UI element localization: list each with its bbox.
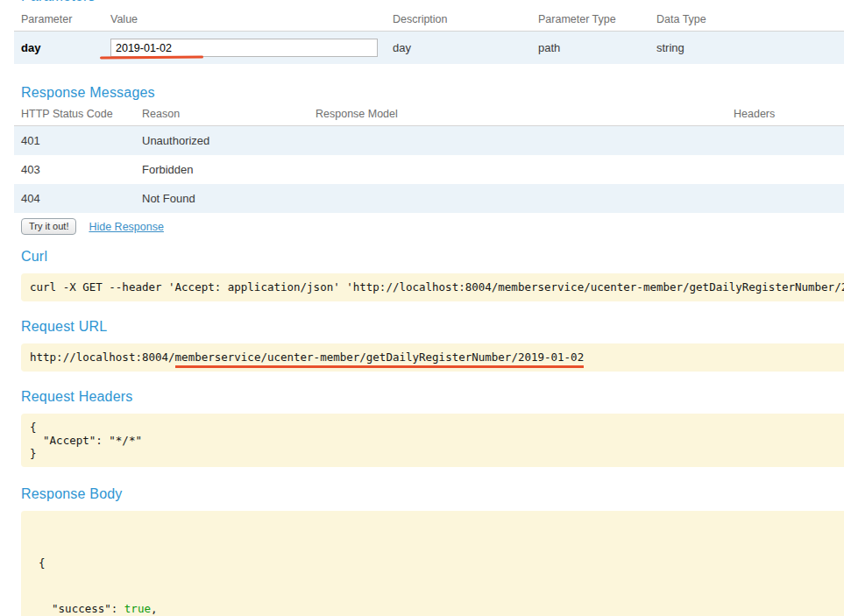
column-header-status-code: HTTP Status Code <box>14 104 142 126</box>
parameters-header-row: Parameter Value Description Parameter Ty… <box>14 10 844 32</box>
request-url-value: http://localhost:8004/memberservice/ucen… <box>21 343 844 372</box>
column-header-value: Value <box>110 10 393 32</box>
response-headers <box>734 155 844 184</box>
hide-response-link[interactable]: Hide Response <box>89 221 163 233</box>
parameter-description: day <box>393 32 538 65</box>
response-row-401: 401 Unauthorized <box>14 126 844 156</box>
status-reason: Not Found <box>142 184 316 213</box>
parameter-data-type: string <box>656 32 844 65</box>
column-header-parameter-type: Parameter Type <box>538 10 656 32</box>
annotation-underline-input <box>100 55 203 59</box>
column-header-data-type: Data Type <box>656 10 844 32</box>
column-header-parameter: Parameter <box>14 10 110 32</box>
response-body-json: { "success": true, "code": 20000, "messa… <box>21 511 844 616</box>
column-header-description: Description <box>393 10 538 32</box>
request-headers-json: { "Accept": "*/*"} <box>21 414 844 467</box>
response-messages-header-row: HTTP Status Code Reason Response Model H… <box>14 104 844 126</box>
try-it-out-button[interactable]: Try it out! <box>21 218 76 235</box>
response-row-404: 404 Not Found <box>14 184 844 213</box>
actions-row: Try it out! Hide Response <box>21 218 844 235</box>
response-body-title: Response Body <box>21 486 844 502</box>
request-url-prefix: http://localhost:8004/ <box>30 350 175 364</box>
status-reason: Forbidden <box>142 155 316 184</box>
parameters-table: Parameter Value Description Parameter Ty… <box>14 10 844 64</box>
status-code: 403 <box>14 155 142 184</box>
annotation-underline-url: memberservice/ucenter-member/getDailyReg… <box>175 350 585 368</box>
column-header-reason: Reason <box>142 104 316 126</box>
parameters-title: Parameters <box>21 0 844 4</box>
json-boolean-true: true <box>124 602 151 615</box>
column-header-headers: Headers <box>734 104 844 126</box>
curl-command: curl -X GET --header 'Accept: applicatio… <box>21 273 844 301</box>
day-value-input[interactable] <box>110 39 378 57</box>
parameter-name: day <box>14 32 110 65</box>
swagger-operation-panel: Parameters Parameter Value Description P… <box>0 0 844 616</box>
parameter-row: day day path string <box>14 32 844 65</box>
response-model <box>316 155 734 184</box>
request-url-path: memberservice/ucenter-member/getDailyReg… <box>175 350 585 364</box>
status-reason: Unauthorized <box>142 126 316 156</box>
request-url-title: Request URL <box>21 319 844 335</box>
parameter-type: path <box>538 32 656 65</box>
response-messages-table: HTTP Status Code Reason Response Model H… <box>14 104 844 213</box>
response-model <box>316 184 734 213</box>
response-row-403: 403 Forbidden <box>14 155 844 184</box>
response-messages-title: Response Messages <box>21 85 844 101</box>
request-headers-title: Request Headers <box>21 389 844 405</box>
response-headers <box>734 184 844 213</box>
status-code: 401 <box>14 126 142 156</box>
curl-title: Curl <box>21 249 844 265</box>
response-headers <box>734 126 844 156</box>
column-header-response-model: Response Model <box>316 104 734 126</box>
status-code: 404 <box>14 184 142 213</box>
response-model <box>316 126 734 156</box>
